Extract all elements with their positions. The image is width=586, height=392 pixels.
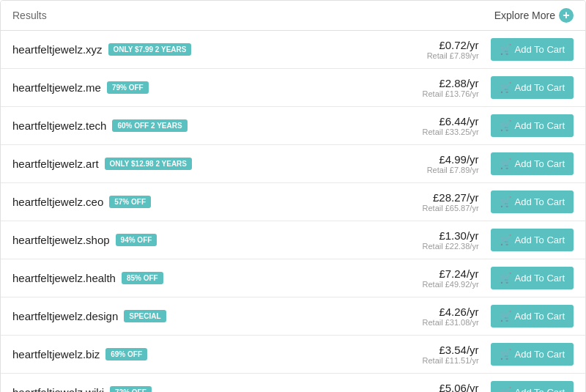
add-to-cart-label-6: Add To Cart — [515, 273, 565, 284]
add-to-cart-label-1: Add To Cart — [515, 82, 565, 93]
cart-icon-1: 🛒 — [500, 82, 511, 93]
add-to-cart-label-2: Add To Cart — [515, 120, 565, 131]
price-main-8: £3.54/yr — [423, 344, 479, 356]
domain-right-3: £4.99/yr Retail £7.89/yr 🛒 Add To Cart — [427, 152, 574, 175]
price-retail-5: Retail £22.38/yr — [423, 242, 479, 251]
domain-right-8: £3.54/yr Retail £11.51/yr 🛒 Add To Cart — [423, 343, 574, 366]
domain-name-7: heartfeltjewelz.design — [12, 310, 118, 322]
price-main-9: £5.06/yr — [423, 382, 479, 392]
explore-more-button[interactable]: Explore More + — [494, 8, 574, 23]
price-block-4: £28.27/yr Retail £65.87/yr — [423, 191, 479, 212]
add-to-cart-button-9[interactable]: 🛒 Add To Cart — [491, 381, 574, 392]
results-header: Results Explore More + — [1, 1, 585, 31]
price-block-0: £0.72/yr Retail £7.89/yr — [427, 39, 479, 60]
domain-badge-5: 94% OFF — [116, 234, 157, 246]
domain-left-4: heartfeltjewelz.ceo 57% OFF — [12, 196, 423, 208]
price-retail-6: Retail £49.92/yr — [423, 280, 479, 289]
price-main-5: £1.30/yr — [423, 229, 479, 242]
add-to-cart-button-0[interactable]: 🛒 Add To Cart — [491, 38, 574, 61]
add-to-cart-button-7[interactable]: 🛒 Add To Cart — [491, 305, 574, 328]
domain-row: heartfeltjewelz.shop 94% OFF £1.30/yr Re… — [1, 221, 585, 259]
price-main-6: £7.24/yr — [423, 267, 479, 280]
add-to-cart-button-1[interactable]: 🛒 Add To Cart — [491, 76, 574, 99]
price-retail-4: Retail £65.87/yr — [423, 204, 479, 212]
domain-left-7: heartfeltjewelz.design SPECIAL — [12, 310, 423, 322]
domain-name-2: heartfeltjewelz.tech — [12, 119, 106, 132]
add-to-cart-label-7: Add To Cart — [515, 311, 565, 322]
domain-name-9: heartfeltjewelz.wiki — [12, 386, 104, 392]
domain-row: heartfeltjewelz.art ONLY $12.98 2 YEARS … — [1, 145, 585, 183]
price-main-7: £4.26/yr — [423, 306, 479, 318]
domain-left-2: heartfeltjewelz.tech 60% OFF 2 YEARS — [12, 119, 423, 132]
price-retail-8: Retail £11.51/yr — [423, 356, 479, 365]
price-block-1: £2.88/yr Retail £13.76/yr — [423, 77, 479, 98]
domain-badge-6: 85% OFF — [122, 272, 163, 284]
domain-name-0: heartfeltjewelz.xyz — [12, 43, 103, 56]
explore-more-plus-icon: + — [559, 8, 574, 23]
add-to-cart-label-0: Add To Cart — [515, 44, 565, 55]
domain-badge-2: 60% OFF 2 YEARS — [112, 119, 187, 132]
domain-left-1: heartfeltjewelz.me 79% OFF — [12, 81, 423, 94]
add-to-cart-button-4[interactable]: 🛒 Add To Cart — [491, 191, 574, 213]
domain-badge-4: 57% OFF — [109, 196, 151, 208]
cart-icon-5: 🛒 — [500, 234, 511, 245]
domain-badge-3: ONLY $12.98 2 YEARS — [105, 158, 192, 170]
cart-icon-0: 🛒 — [500, 44, 511, 55]
price-retail-1: Retail £13.76/yr — [423, 89, 479, 98]
price-block-2: £6.44/yr Retail £33.25/yr — [423, 115, 479, 136]
add-to-cart-label-9: Add To Cart — [515, 387, 565, 392]
price-retail-3: Retail £7.89/yr — [427, 166, 479, 174]
domain-left-3: heartfeltjewelz.art ONLY $12.98 2 YEARS — [12, 158, 427, 170]
add-to-cart-button-8[interactable]: 🛒 Add To Cart — [491, 343, 574, 366]
domain-row: heartfeltjewelz.wiki 72% OFF £5.06/yr Re… — [1, 374, 585, 392]
domain-badge-0: ONLY $7.99 2 YEARS — [108, 43, 192, 56]
domain-row: heartfeltjewelz.biz 69% OFF £3.54/yr Ret… — [1, 336, 585, 374]
domain-right-5: £1.30/yr Retail £22.38/yr 🛒 Add To Cart — [423, 229, 574, 251]
domain-right-2: £6.44/yr Retail £33.25/yr 🛒 Add To Cart — [423, 114, 574, 137]
domain-badge-7: SPECIAL — [124, 310, 166, 322]
cart-icon-3: 🛒 — [500, 158, 511, 169]
domain-name-3: heartfeltjewelz.art — [12, 158, 99, 170]
add-to-cart-button-2[interactable]: 🛒 Add To Cart — [491, 114, 574, 137]
domain-right-0: £0.72/yr Retail £7.89/yr 🛒 Add To Cart — [427, 38, 574, 61]
cart-icon-2: 🛒 — [500, 120, 511, 131]
price-block-9: £5.06/yr Retail £18.03/yr — [423, 382, 479, 392]
price-block-7: £4.26/yr Retail £31.08/yr — [423, 306, 479, 327]
cart-icon-4: 🛒 — [500, 196, 511, 207]
domain-row: heartfeltjewelz.tech 60% OFF 2 YEARS £6.… — [1, 107, 585, 145]
price-main-1: £2.88/yr — [423, 77, 479, 89]
domain-right-1: £2.88/yr Retail £13.76/yr 🛒 Add To Cart — [423, 76, 574, 99]
add-to-cart-label-5: Add To Cart — [515, 234, 565, 245]
add-to-cart-button-6[interactable]: 🛒 Add To Cart — [491, 267, 574, 289]
domain-row: heartfeltjewelz.design SPECIAL £4.26/yr … — [1, 297, 585, 336]
cart-icon-6: 🛒 — [500, 273, 511, 284]
domain-right-7: £4.26/yr Retail £31.08/yr 🛒 Add To Cart — [423, 305, 574, 328]
add-to-cart-button-3[interactable]: 🛒 Add To Cart — [491, 152, 574, 175]
domain-badge-8: 69% OFF — [105, 348, 147, 360]
domain-right-9: £5.06/yr Retail £18.03/yr 🛒 Add To Cart — [423, 381, 574, 392]
domain-row: heartfeltjewelz.me 79% OFF £2.88/yr Reta… — [1, 69, 585, 107]
domain-row: heartfeltjewelz.health 85% OFF £7.24/yr … — [1, 259, 585, 297]
price-block-5: £1.30/yr Retail £22.38/yr — [423, 229, 479, 251]
price-retail-2: Retail £33.25/yr — [423, 127, 479, 136]
add-to-cart-label-8: Add To Cart — [515, 349, 565, 360]
domain-badge-1: 79% OFF — [107, 81, 149, 94]
domain-left-8: heartfeltjewelz.biz 69% OFF — [12, 348, 423, 360]
price-main-3: £4.99/yr — [427, 153, 479, 166]
domain-left-0: heartfeltjewelz.xyz ONLY $7.99 2 YEARS — [12, 43, 427, 56]
domain-badge-9: 72% OFF — [110, 386, 152, 392]
price-main-2: £6.44/yr — [423, 115, 479, 127]
domain-name-8: heartfeltjewelz.biz — [12, 348, 100, 360]
explore-more-label: Explore More — [494, 10, 555, 21]
domain-right-6: £7.24/yr Retail £49.92/yr 🛒 Add To Cart — [423, 267, 574, 289]
domain-right-4: £28.27/yr Retail £65.87/yr 🛒 Add To Cart — [423, 191, 574, 213]
domain-name-5: heartfeltjewelz.shop — [12, 234, 110, 246]
add-to-cart-button-5[interactable]: 🛒 Add To Cart — [491, 229, 574, 251]
price-retail-0: Retail £7.89/yr — [427, 51, 479, 60]
domains-list: heartfeltjewelz.xyz ONLY $7.99 2 YEARS £… — [1, 31, 585, 392]
domain-name-4: heartfeltjewelz.ceo — [12, 196, 103, 208]
price-block-8: £3.54/yr Retail £11.51/yr — [423, 344, 479, 365]
results-container: Results Explore More + heartfeltjewelz.x… — [0, 0, 586, 392]
domain-name-6: heartfeltjewelz.health — [12, 272, 116, 284]
domain-left-9: heartfeltjewelz.wiki 72% OFF — [12, 386, 423, 392]
